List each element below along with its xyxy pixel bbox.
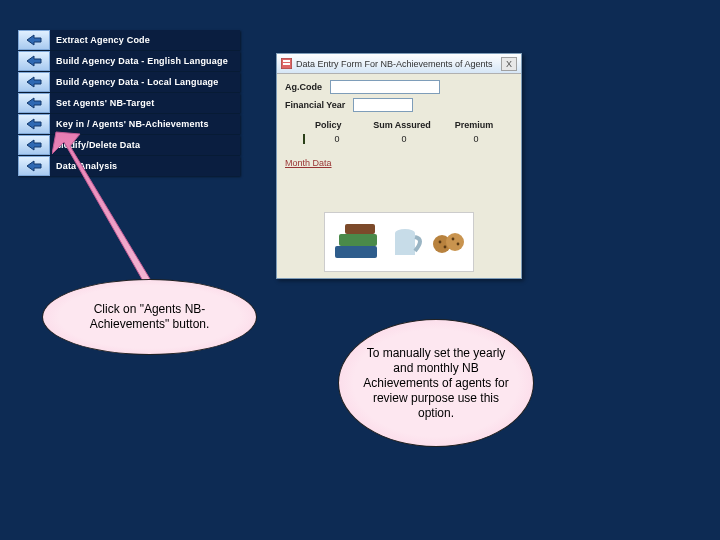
decorative-image [324,212,474,272]
menu-label: Build Agency Data - English Language [50,51,240,71]
svg-marker-0 [27,35,41,45]
menu-label: Data Analysis [50,156,240,176]
agcode-input[interactable] [330,80,440,94]
svg-point-20 [457,243,460,246]
menu-item-build-local[interactable]: Build Agency Data - Local Language [18,72,240,92]
callout-text: To manually set the yearly and monthly N… [357,346,515,421]
arrow-icon [18,135,50,155]
menu-label: Modify/Delete Data [50,135,240,155]
col-policy: Policy [315,120,355,130]
arrow-icon [18,51,50,71]
finyear-row: Financial Year [285,98,513,112]
column-headers: Policy Sum Assured Premium [285,120,513,130]
arrow-icon [18,156,50,176]
svg-point-17 [439,241,442,244]
arrow-icon [18,30,50,50]
menu-item-build-english[interactable]: Build Agency Data - English Language [18,51,240,71]
callout-click-instruction: Click on "Agents NB-Achievements" button… [42,279,257,355]
svg-marker-4 [27,119,41,129]
menu-item-nb-target[interactable]: Set Agents' NB-Target [18,93,240,113]
sidebar-menu: Extract Agency Code Build Agency Data - … [18,30,240,177]
svg-rect-11 [339,234,377,246]
svg-rect-10 [335,246,377,258]
menu-item-nb-achievements[interactable]: Key in / Agents' NB-Achievements [18,114,240,134]
menu-label: Set Agents' NB-Target [50,93,240,113]
callout-text: Click on "Agents NB-Achievements" button… [61,302,238,332]
form-titlebar: Data Entry Form For NB-Achievements of A… [277,54,521,74]
menu-label: Key in / Agents' NB-Achievements [50,114,240,134]
svg-rect-12 [345,224,375,234]
svg-marker-6 [27,161,41,171]
agcode-row: Ag.Code [285,80,513,94]
menu-label: Build Agency Data - Local Language [50,72,240,92]
form-icon [281,55,292,73]
svg-point-16 [446,233,464,251]
arrow-icon [18,93,50,113]
finyear-input[interactable] [353,98,413,112]
svg-rect-14 [395,233,415,255]
form-title: Data Entry Form For NB-Achievements of A… [296,59,497,69]
finyear-label: Financial Year [285,100,345,110]
mug-icon [391,223,425,261]
form-body: Ag.Code Financial Year Policy Sum Assure… [277,74,521,176]
menu-label: Extract Agency Code [50,30,240,50]
val-sum: 0 [369,134,439,144]
svg-point-18 [444,246,447,249]
col-sum: Sum Assured [367,120,437,130]
menu-item-modify-delete[interactable]: Modify/Delete Data [18,135,240,155]
arrow-icon [18,114,50,134]
cookies-icon [431,229,467,255]
callout-description: To manually set the yearly and monthly N… [338,319,534,447]
svg-marker-2 [27,77,41,87]
svg-marker-5 [27,140,41,150]
svg-point-19 [452,238,455,241]
val-premium: 0 [451,134,501,144]
val-policy: 0 [317,134,357,144]
svg-rect-9 [283,63,290,65]
menu-item-data-analysis[interactable]: Data Analysis [18,156,240,176]
svg-rect-8 [283,60,290,62]
books-icon [331,220,385,264]
svg-marker-1 [27,56,41,66]
arrow-icon [18,72,50,92]
agcode-label: Ag.Code [285,82,322,92]
value-row: 0 0 0 [303,134,513,144]
col-premium: Premium [449,120,499,130]
data-entry-form: Data Entry Form For NB-Achievements of A… [276,53,522,279]
menu-item-extract-agency[interactable]: Extract Agency Code [18,30,240,50]
svg-marker-3 [27,98,41,108]
month-data-link[interactable]: Month Data [285,158,332,168]
close-button[interactable]: X [501,57,517,71]
